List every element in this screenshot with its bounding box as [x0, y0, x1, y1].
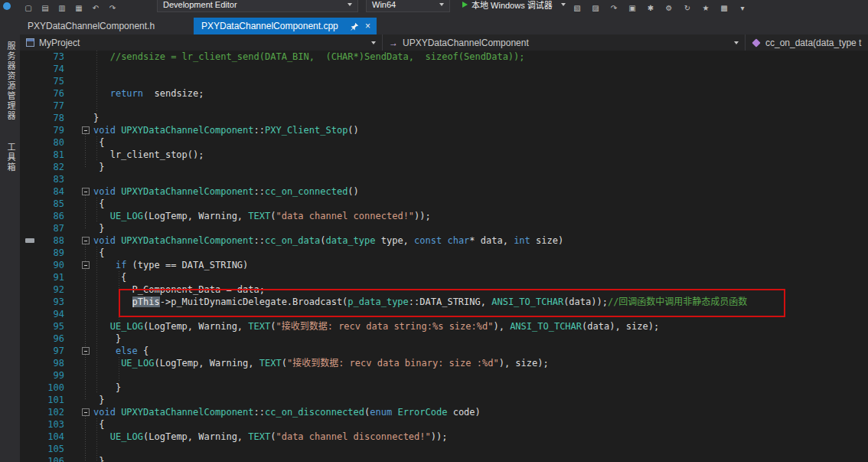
solution-platforms-icon[interactable]: ▣	[623, 2, 641, 12]
new-file-icon[interactable]: ▢	[20, 2, 37, 12]
code-line[interactable]: 104 UE_LOG(LogTemp, Warning, TEXT("data …	[20, 431, 868, 443]
fold-margin	[64, 210, 93, 222]
step-over-icon[interactable]: ↷	[605, 2, 623, 12]
code-line[interactable]: 75	[20, 75, 868, 87]
open-file-icon[interactable]: ▤	[37, 2, 54, 12]
fold-collapse-icon[interactable]	[82, 126, 90, 134]
type-dropdown[interactable]: → UPXYDataChannelComponent	[383, 34, 746, 51]
code-line[interactable]: 101 }	[20, 394, 868, 406]
tab-pxydatachannelcomponent-h[interactable]: PXYDataChannelComponent.h	[20, 18, 194, 34]
fold-margin	[64, 222, 93, 234]
browser-link-icon[interactable]	[3, 2, 11, 10]
code-line[interactable]: 92 P_Component_Data = data;	[20, 283, 868, 296]
code-text: if (type == DATA_STRING)	[93, 259, 248, 271]
line-number: 105	[20, 443, 64, 455]
solution-platform-dropdown[interactable]: Win64	[366, 0, 450, 12]
project-dropdown[interactable]: MyProject	[20, 34, 383, 51]
save-icon[interactable]: ▥	[54, 2, 70, 12]
code-text: }	[93, 382, 121, 394]
favorites-icon[interactable]: ★	[697, 2, 715, 12]
code-text: void UPXYDataChannelComponent::cc_on_con…	[93, 185, 359, 198]
code-line[interactable]: 102void UPXYDataChannelComponent::cc_on_…	[20, 406, 868, 418]
code-line[interactable]: 82 }	[20, 161, 868, 173]
code-line[interactable]: 76 return sendsize;	[20, 87, 868, 100]
arrow-right-icon: →	[389, 38, 398, 48]
fold-margin	[64, 51, 93, 63]
code-text: }	[93, 394, 104, 406]
code-line[interactable]: 103 {	[20, 418, 868, 431]
code-line[interactable]: 105	[20, 443, 868, 455]
toolbar-overflow-icon[interactable]: ▾	[733, 2, 752, 12]
code-line[interactable]: 89 {	[20, 247, 868, 259]
code-line[interactable]: 73 //sendsize = lr_client_send(DATA_BIN,…	[20, 51, 868, 63]
fold-collapse-icon[interactable]	[82, 237, 90, 244]
code-line[interactable]: 87 }	[20, 222, 868, 234]
line-number: 106	[20, 455, 64, 462]
refresh-icon[interactable]: ↻	[678, 2, 697, 12]
code-text: pThis->p_MuitDynamicDelegate.Broadcast(p…	[93, 296, 747, 308]
code-line[interactable]: 96 }	[20, 333, 868, 345]
fold-margin	[64, 333, 93, 345]
fold-margin	[64, 247, 93, 259]
code-line[interactable]: 86 UE_LOG(LogTemp, Warning, TEXT("data c…	[20, 210, 868, 222]
fold-margin	[64, 431, 93, 443]
code-line[interactable]: 79void UPXYDataChannelComponent::PXY_Cli…	[20, 124, 868, 136]
settings-gear-icon[interactable]: ⚙	[660, 2, 678, 12]
pin-icon[interactable]	[351, 22, 359, 31]
save-all-icon[interactable]: ▦	[70, 2, 87, 12]
code-line[interactable]: 106 }	[20, 455, 868, 462]
close-icon[interactable]: ×	[365, 21, 370, 31]
editor-navigation-bar: MyProject → UPXYDataChannelComponent cc_…	[20, 34, 868, 51]
start-debugging-button[interactable]: 本地 Windows 调试器	[458, 0, 570, 12]
fold-margin	[64, 345, 93, 357]
member-dropdown[interactable]: cc_on_data(data_type t	[746, 34, 868, 51]
line-number: 78	[20, 112, 64, 124]
code-line[interactable]: 85 {	[20, 198, 868, 210]
code-line[interactable]: 95 UE_LOG(LogTemp, Warning, TEXT("接收到数据:…	[20, 320, 868, 333]
extensions-icon[interactable]: ▩	[715, 2, 733, 12]
code-line[interactable]: 99	[20, 369, 868, 382]
code-line[interactable]: 90 if (type == DATA_STRING)	[20, 259, 868, 271]
redo-icon[interactable]: ↷	[104, 2, 121, 12]
code-line[interactable]: 98 UE_LOG(LogTemp, Warning, TEXT("接收到数据:…	[20, 357, 868, 369]
sidebar-tab-server-explorer[interactable]: 服务器资源管理器	[5, 41, 17, 121]
code-line[interactable]: 74	[20, 63, 868, 75]
code-line[interactable]: 84void UPXYDataChannelComponent::cc_on_c…	[20, 185, 868, 198]
solution-platform-value: Win64	[372, 0, 396, 9]
code-line[interactable]: 78}	[20, 112, 868, 124]
undo-icon[interactable]: ↶	[87, 2, 104, 12]
fold-margin	[64, 161, 93, 173]
sidebar-tab-toolbox[interactable]: 工具箱	[5, 143, 17, 172]
code-line[interactable]: 83	[20, 173, 868, 185]
chevron-down-icon	[561, 3, 566, 6]
code-line[interactable]: 88void UPXYDataChannelComponent::cc_on_d…	[20, 234, 868, 247]
tab-pxydatachannelcomponent-cpp[interactable]: PXYDataChannelComponent.cpp ×	[194, 18, 377, 34]
line-number: 85	[20, 198, 64, 210]
code-line[interactable]: 77	[20, 100, 868, 112]
code-line[interactable]: 97 else {	[20, 345, 868, 357]
code-line[interactable]: 80 {	[20, 136, 868, 149]
line-number: 92	[20, 283, 64, 296]
line-number: 74	[20, 63, 64, 75]
fold-collapse-icon[interactable]	[82, 408, 90, 416]
code-text: }	[93, 161, 104, 173]
fold-collapse-icon[interactable]	[82, 261, 90, 269]
fold-collapse-icon[interactable]	[82, 188, 90, 195]
code-line[interactable]: 100 }	[20, 382, 868, 394]
code-text: void UPXYDataChannelComponent::cc_on_dis…	[93, 406, 481, 418]
code-editor[interactable]: 73 //sendsize = lr_client_send(DATA_BIN,…	[20, 51, 868, 462]
fold-margin	[64, 185, 93, 198]
code-line[interactable]: 81 lr_client_stop();	[20, 149, 868, 161]
line-number: 82	[20, 161, 64, 173]
fold-collapse-icon[interactable]	[82, 347, 90, 355]
code-line[interactable]: 93 pThis->p_MuitDynamicDelegate.Broadcas…	[20, 296, 868, 308]
project-name: MyProject	[39, 38, 80, 48]
attach-to-process-icon[interactable]: ▧	[568, 2, 586, 12]
profiler-icon[interactable]: ▨	[586, 2, 605, 12]
code-line[interactable]: 91 {	[20, 271, 868, 283]
find-in-files-icon[interactable]: ✱	[641, 2, 660, 12]
chevron-down-icon	[439, 3, 444, 6]
fold-margin	[64, 198, 93, 210]
code-line[interactable]: 94	[20, 308, 868, 320]
solution-configuration-dropdown[interactable]: Development Editor	[157, 0, 358, 12]
